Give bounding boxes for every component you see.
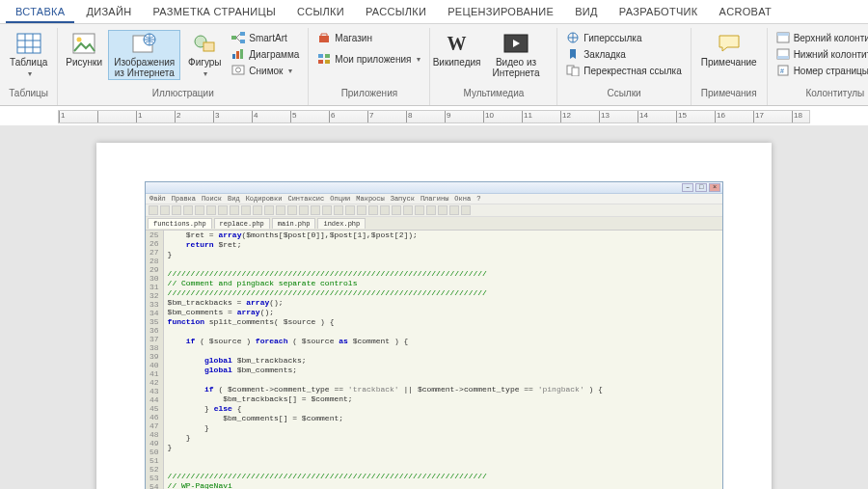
editor-tool-button[interactable] xyxy=(449,205,459,215)
editor-menu-item[interactable]: Кодировки xyxy=(246,195,283,203)
editor-menu-item[interactable]: Запуск xyxy=(391,195,415,203)
editor-tool-button[interactable] xyxy=(299,205,309,215)
editor-tool-button[interactable] xyxy=(253,205,262,215)
smartart-button[interactable]: SmartArt xyxy=(229,30,302,45)
smartart-icon xyxy=(231,31,245,44)
editor-tool-button[interactable] xyxy=(218,205,228,215)
editor-menu-item[interactable]: Правка xyxy=(172,195,196,203)
group-label: Примечания xyxy=(701,88,757,98)
hyperlink-button[interactable]: Гиперссылка xyxy=(563,30,684,45)
picture-icon xyxy=(70,32,97,55)
header-button[interactable]: Верхний колонтитул▾ xyxy=(773,30,868,45)
editor-tool-button[interactable] xyxy=(357,205,366,215)
editor-file-tab[interactable]: replace.php xyxy=(214,218,270,229)
online-pictures-label: Изображения из Интернета xyxy=(112,57,176,78)
apps-icon xyxy=(317,52,331,66)
comment-button[interactable]: Примечание xyxy=(697,30,761,69)
close-icon[interactable]: × xyxy=(709,183,720,192)
online-pictures-button[interactable]: Изображения из Интернета xyxy=(108,30,180,80)
myapps-button[interactable]: Мои приложения▾ xyxy=(314,51,423,67)
group-tables: Таблица ▾ Таблицы xyxy=(0,28,58,105)
bookmark-button[interactable]: Закладка xyxy=(563,46,684,62)
minimize-icon[interactable]: – xyxy=(682,183,693,192)
editor-tool-button[interactable] xyxy=(345,205,355,215)
editor-tool-button[interactable] xyxy=(160,205,170,215)
chevron-down-icon: ▾ xyxy=(288,67,292,75)
screenshot-button[interactable]: Снимок▾ xyxy=(229,63,302,78)
document-page[interactable]: – □ × ФайлПравкаПоискВидКодировкиСинтакс… xyxy=(96,143,772,489)
editor-menu-item[interactable]: Поиск xyxy=(202,195,222,203)
group-label: Приложения xyxy=(341,88,398,98)
editor-toolbar[interactable] xyxy=(146,204,722,217)
ribbon-tab[interactable]: РАЗРАБОТЧИК xyxy=(610,2,708,23)
maximize-icon[interactable]: □ xyxy=(695,183,707,192)
editor-menu-item[interactable]: Вид xyxy=(228,195,240,203)
editor-menubar[interactable]: ФайлПравкаПоискВидКодировкиСинтаксисОпци… xyxy=(146,194,722,204)
editor-tool-button[interactable] xyxy=(380,205,390,215)
footer-button[interactable]: Нижний колонтитул▾ xyxy=(773,46,868,62)
ribbon-tab[interactable]: РАЗМЕТКА СТРАНИЦЫ xyxy=(143,2,285,23)
editor-tool-button[interactable] xyxy=(287,205,297,215)
wikipedia-label: Википедия xyxy=(433,57,481,68)
editor-tool-button[interactable] xyxy=(438,205,448,215)
footer-label: Нижний колонтитул xyxy=(794,49,868,60)
editor-tool-button[interactable] xyxy=(149,205,158,215)
editor-tool-button[interactable] xyxy=(368,205,378,215)
shapes-button[interactable]: Фигуры ▾ xyxy=(184,30,225,80)
editor-tool-button[interactable] xyxy=(461,205,471,215)
editor-tool-button[interactable] xyxy=(195,205,204,215)
editor-tool-button[interactable] xyxy=(415,205,424,215)
editor-tool-button[interactable] xyxy=(392,205,401,215)
editor-tool-button[interactable] xyxy=(183,205,193,215)
store-button[interactable]: Магазин xyxy=(314,30,423,45)
editor-tool-button[interactable] xyxy=(264,205,274,215)
editor-menu-item[interactable]: Макросы xyxy=(356,195,384,203)
ribbon-tab[interactable]: РЕЦЕНЗИРОВАНИЕ xyxy=(438,2,563,23)
editor-menu-item[interactable]: Опции xyxy=(330,195,350,203)
chart-label: Диаграмма xyxy=(249,49,299,60)
editor-file-tab[interactable]: functions.php xyxy=(148,218,212,229)
editor-tool-button[interactable] xyxy=(403,205,413,215)
editor-menu-item[interactable]: Синтаксис xyxy=(287,195,324,203)
editor-menu-item[interactable]: Плагины xyxy=(420,195,448,203)
code-content[interactable]: $ret = array($months[$post[0]],$post[1],… xyxy=(164,231,722,489)
ribbon-tab[interactable]: ВСТАВКА xyxy=(6,2,74,23)
editor-tool-button[interactable] xyxy=(311,205,320,215)
table-button[interactable]: Таблица ▾ xyxy=(6,30,51,80)
video-label: Видео из Интернета xyxy=(485,57,548,78)
pictures-button[interactable]: Рисунки xyxy=(64,30,104,69)
editor-file-tab[interactable]: index.php xyxy=(317,218,366,229)
comment-icon xyxy=(716,32,743,55)
editor-file-tabs[interactable]: functions.phpreplace.phpmain.phpindex.ph… xyxy=(146,217,722,231)
editor-tool-button[interactable] xyxy=(426,205,436,215)
editor-menu-item[interactable]: Файл xyxy=(149,195,166,203)
shapes-icon xyxy=(191,32,218,55)
editor-code-area[interactable]: 2526272829303132333435363738394041424344… xyxy=(146,231,722,489)
ribbon-tab[interactable]: ВИД xyxy=(565,2,608,23)
editor-tool-button[interactable] xyxy=(276,205,285,215)
pagenum-button[interactable]: #Номер страницы▾ xyxy=(773,63,868,78)
editor-file-tab[interactable]: main.php xyxy=(272,218,316,229)
wikipedia-button[interactable]: W Википедия xyxy=(436,30,476,69)
editor-tool-button[interactable] xyxy=(172,205,181,215)
chart-button[interactable]: Диаграмма xyxy=(229,46,302,62)
svg-line-14 xyxy=(236,34,240,38)
editor-menu-item[interactable]: Окна xyxy=(454,195,471,203)
editor-tool-button[interactable] xyxy=(322,205,332,215)
svg-rect-23 xyxy=(325,54,330,58)
editor-tool-button[interactable] xyxy=(230,205,239,215)
svg-rect-16 xyxy=(232,54,235,59)
editor-tool-button[interactable] xyxy=(241,205,251,215)
editor-menu-item[interactable]: ? xyxy=(476,195,480,203)
table-label: Таблица xyxy=(10,57,47,68)
editor-tool-button[interactable] xyxy=(206,205,216,215)
editor-tool-button[interactable] xyxy=(334,205,343,215)
ribbon-tab[interactable]: РАССЫЛКИ xyxy=(356,2,436,23)
horizontal-ruler[interactable]: 1123456789101112131415161718 xyxy=(58,110,810,123)
svg-rect-24 xyxy=(318,60,323,64)
ribbon-tab[interactable]: ДИЗАЙН xyxy=(76,2,141,23)
online-video-button[interactable]: Видео из Интернета xyxy=(481,30,552,80)
crossref-button[interactable]: Перекрестная ссылка xyxy=(563,63,684,78)
ribbon-tab[interactable]: ССЫЛКИ xyxy=(287,2,354,23)
ribbon-tab[interactable]: ACROBAT xyxy=(710,2,781,23)
